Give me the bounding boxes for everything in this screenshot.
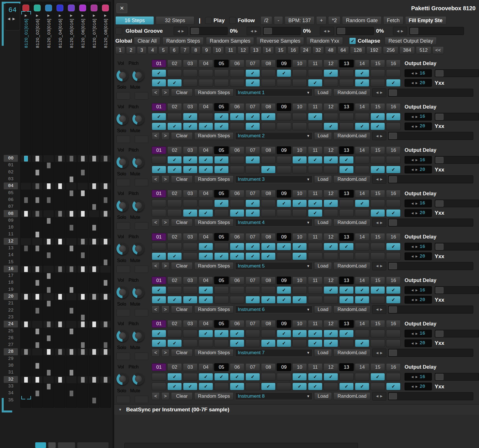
step-checkbox[interactable]: ✓: [183, 113, 197, 121]
step-checkbox[interactable]: ✓: [183, 166, 197, 173]
step-checkbox[interactable]: [292, 79, 307, 87]
step-checkbox[interactable]: ✓: [261, 166, 276, 173]
step-checkbox[interactable]: ✓: [214, 330, 229, 337]
clear-button[interactable]: Clear: [171, 89, 193, 96]
step-checkbox[interactable]: ✓: [199, 123, 213, 130]
arrow-right-icon[interactable]: ▶: [380, 351, 382, 355]
step-checkbox[interactable]: ✓: [355, 79, 369, 87]
step-checkbox[interactable]: ✓: [199, 243, 213, 250]
step-checkbox[interactable]: [277, 383, 291, 390]
step-checkbox[interactable]: [370, 296, 385, 304]
step-number-button[interactable]: 02: [167, 190, 182, 198]
step-number-button[interactable]: 16: [386, 363, 401, 371]
step-checkbox[interactable]: ✓: [386, 286, 401, 294]
step-checkbox[interactable]: ✓: [308, 209, 322, 217]
mute-button[interactable]: [135, 266, 148, 273]
step-checkbox[interactable]: ✓: [245, 296, 260, 304]
step-checkbox[interactable]: ✓: [370, 166, 385, 173]
step-checkbox[interactable]: [230, 69, 244, 77]
step-checkbox[interactable]: ✓: [308, 330, 322, 337]
step-checkbox[interactable]: [245, 330, 260, 337]
arrow-left-icon[interactable]: ◀: [411, 245, 414, 248]
step-checkbox[interactable]: ✓: [199, 209, 213, 217]
random-steps-button[interactable]: Random Steps: [194, 262, 234, 270]
step-checkbox[interactable]: ✓: [386, 79, 401, 87]
step-checkbox[interactable]: ✓: [245, 69, 260, 77]
step-checkbox[interactable]: [230, 296, 244, 304]
step-checkbox[interactable]: [261, 69, 276, 77]
step-checkbox[interactable]: [308, 252, 322, 260]
pattern-note-cell[interactable]: [70, 287, 73, 293]
slider-handle[interactable]: [389, 350, 397, 356]
step-shift-right-button[interactable]: >: [161, 132, 169, 140]
step-checkbox[interactable]: [167, 286, 182, 294]
pattern-note-cell[interactable]: [36, 246, 39, 251]
step-number-button[interactable]: 01: [152, 146, 166, 154]
step-checkbox[interactable]: [292, 286, 307, 294]
step-checkbox[interactable]: [261, 123, 276, 130]
track-name[interactable]: 8120_02[016]: [35, 18, 40, 48]
step-checkbox[interactable]: [292, 166, 307, 173]
step-shift-left-button[interactable]: <: [152, 349, 160, 357]
step-checkbox[interactable]: [386, 339, 401, 347]
step-number-button[interactable]: 07: [245, 320, 260, 328]
step-checkbox[interactable]: ✓: [277, 339, 291, 347]
mute-button[interactable]: [135, 179, 148, 186]
step-checkbox[interactable]: [355, 330, 369, 337]
step-checkbox[interactable]: ✓: [324, 156, 338, 164]
step-checkbox[interactable]: [214, 69, 229, 77]
track-play-icon[interactable]: ▶: [89, 14, 99, 17]
step-number-button[interactable]: 05: [214, 233, 229, 241]
step-number-button[interactable]: 07: [245, 363, 260, 371]
output-delay-stepper[interactable]: ◀▶20: [405, 79, 432, 87]
step-checkbox[interactable]: ✓: [245, 156, 260, 164]
arrow-left-icon[interactable]: ◀: [376, 221, 378, 225]
instrument-stepper[interactable]: ◀▶: [372, 132, 386, 140]
step-checkbox[interactable]: [183, 69, 197, 77]
step-number-button[interactable]: 06: [230, 190, 244, 198]
pattern-note-cell[interactable]: [104, 156, 107, 161]
step-number-button[interactable]: 11: [308, 277, 322, 284]
pattern-note-cell[interactable]: [81, 156, 85, 161]
pattern-note-cell[interactable]: [36, 156, 39, 161]
arrow-right-icon[interactable]: ▶: [415, 72, 418, 75]
step-checkbox[interactable]: ✓: [386, 296, 401, 304]
track-play-icon[interactable]: ▶: [100, 14, 111, 17]
step-number-button[interactable]: 09: [277, 103, 291, 111]
step-checkbox[interactable]: [183, 373, 197, 381]
step-checkbox[interactable]: [308, 123, 322, 130]
arrow-left-icon[interactable]: ◀: [376, 264, 378, 268]
pattern-note-cell[interactable]: [70, 190, 73, 196]
pattern-note-cell[interactable]: [70, 308, 73, 314]
step-number-button[interactable]: 07: [245, 60, 260, 67]
instrument-select-dropdown[interactable]: Instrument 8▼: [235, 392, 313, 400]
pattern-note-cell[interactable]: [36, 197, 39, 203]
step-checkbox[interactable]: [355, 252, 369, 260]
step-number-button[interactable]: 07: [245, 190, 260, 198]
volume-knob[interactable]: [116, 373, 128, 385]
step-checkbox[interactable]: [370, 243, 385, 250]
track-play-icon[interactable]: ▶: [32, 14, 42, 17]
load-button[interactable]: Load: [314, 132, 332, 140]
arrow-left-icon[interactable]: ◀: [411, 125, 414, 128]
track-color-swatch[interactable]: [68, 5, 75, 11]
arrow-right-icon[interactable]: ▶: [415, 245, 418, 248]
step-number-button[interactable]: 09: [277, 233, 291, 241]
output-delay-slider[interactable]: [435, 373, 479, 381]
pattern-note-cell[interactable]: [92, 183, 96, 189]
pattern-note-cell[interactable]: [47, 252, 51, 258]
step-number-button[interactable]: 03: [183, 103, 197, 111]
random-steps-button[interactable]: Random Steps: [194, 132, 234, 140]
instrument-select-dropdown[interactable]: Instrument 6▼: [235, 306, 313, 313]
step-checkbox[interactable]: [183, 79, 197, 87]
pattern-length-stepper[interactable]: ◀▶: [5, 17, 20, 21]
arrow-left-icon[interactable]: ◀: [411, 289, 414, 292]
step-number-button[interactable]: 12: [324, 103, 338, 111]
pattern-note-cell[interactable]: [104, 260, 107, 265]
track-play-icon[interactable]: ▶: [66, 14, 76, 17]
load-button[interactable]: Load: [314, 219, 332, 227]
step-checkbox[interactable]: [199, 200, 213, 207]
pattern-note-cell[interactable]: [36, 342, 39, 348]
step-checkbox[interactable]: ✓: [214, 252, 229, 260]
slider-handle[interactable]: [436, 70, 443, 76]
